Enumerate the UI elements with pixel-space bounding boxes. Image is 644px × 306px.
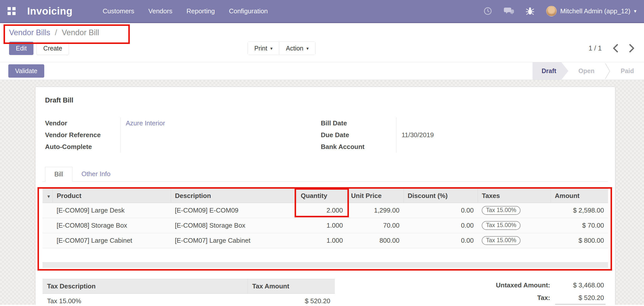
chevron-down-icon: ▾ — [634, 8, 636, 14]
status-row: Validate Draft Open Paid — [0, 62, 644, 80]
untaxed-amount-value: $ 3,468.00 — [550, 281, 608, 289]
user-name-label: Mitchell Admin (app_12) — [560, 7, 630, 15]
cell-unit-price[interactable]: 1,299.00 — [347, 203, 404, 218]
menu-customers[interactable]: Customers — [103, 7, 134, 15]
form-left-group: Vendor Azure Interior Vendor Reference A… — [45, 117, 320, 153]
bill-date-value[interactable] — [396, 117, 608, 129]
notebook-tabs: Bill Other Info — [43, 167, 608, 182]
caret-down-icon: ▼ — [47, 194, 51, 199]
optional-columns-toggle[interactable]: ▼ — [43, 189, 53, 203]
table-row[interactable]: [E-COM08] Storage Box [E-COM08] Storage … — [43, 218, 608, 233]
page-title: Draft Bill — [45, 96, 608, 104]
auto-complete-value[interactable] — [120, 141, 320, 153]
top-navbar: Invoicing Customers Vendors Reporting Co… — [0, 0, 644, 23]
table-row[interactable]: [E-COM07] Large Cabinet [E-COM07] Large … — [43, 233, 608, 248]
cell-discount[interactable]: 0.00 — [404, 218, 478, 233]
menu-configuration[interactable]: Configuration — [229, 7, 268, 15]
menu-vendors[interactable]: Vendors — [148, 7, 172, 15]
vendor-value[interactable]: Azure Interior — [120, 117, 320, 129]
form-right-group: Bill Date Due Date 11/30/2019 Bank Accou… — [321, 117, 608, 153]
cell-product[interactable]: [E-COM08] Storage Box — [53, 218, 171, 233]
app-title[interactable]: Invoicing — [27, 6, 72, 17]
pager-count: 1 / 1 — [588, 44, 602, 52]
untaxed-amount-row: Untaxed Amount: $ 3,468.00 — [452, 279, 608, 291]
state-paid[interactable]: Paid — [611, 62, 644, 80]
action-dropdown[interactable]: Action ▾ — [279, 42, 315, 55]
due-date-value[interactable]: 11/30/2019 — [396, 129, 608, 141]
invoice-lines-section: ▼ Product Description Quantity Unit Pric… — [43, 189, 608, 268]
print-dropdown[interactable]: Print ▾ — [248, 42, 279, 55]
column-taxes[interactable]: Taxes — [478, 189, 551, 203]
tax-total-label: Tax: — [452, 294, 550, 302]
status-pipeline: Draft Open Paid — [533, 62, 644, 80]
validate-button[interactable]: Validate — [8, 64, 44, 78]
column-quantity[interactable]: Quantity — [297, 189, 347, 203]
tax-badge: Tax 15.00% — [482, 221, 520, 230]
apps-grid-icon[interactable] — [8, 7, 16, 15]
vendor-reference-value[interactable] — [120, 129, 320, 141]
bug-icon[interactable] — [525, 6, 535, 16]
cell-description[interactable]: [E-COM07] Large Cabinet — [171, 233, 297, 248]
cell-description[interactable]: [E-COM08] Storage Box — [171, 218, 297, 233]
tax-badge: Tax 15.00% — [482, 236, 520, 245]
edit-button[interactable]: Edit — [9, 42, 33, 55]
cell-quantity[interactable]: 1.000 — [297, 233, 347, 248]
table-footer-stripe — [43, 262, 608, 268]
column-discount[interactable]: Discount (%) — [404, 189, 478, 203]
control-panel-buttons: Edit Create Print ▾ Action ▾ 1 / 1 — [0, 38, 644, 58]
table-empty-area — [43, 248, 608, 262]
column-description[interactable]: Description — [171, 189, 297, 203]
avatar — [546, 6, 557, 16]
cell-taxes[interactable]: Tax 15.00% — [478, 233, 551, 248]
state-open[interactable]: Open — [568, 62, 605, 80]
menu-reporting[interactable]: Reporting — [186, 7, 215, 15]
cell-taxes[interactable]: Tax 15.00% — [478, 203, 551, 218]
cell-product[interactable]: [E-COM09] Large Desk — [53, 203, 171, 218]
cell-amount: $ 800.00 — [551, 233, 608, 248]
cell-product[interactable]: [E-COM07] Large Cabinet — [53, 233, 171, 248]
totals-section: Tax Description Tax Amount Tax 15.00% $ … — [43, 279, 608, 305]
tax-table-header: Tax Description Tax Amount — [43, 279, 335, 294]
column-amount[interactable]: Amount — [551, 189, 608, 203]
tab-other-info[interactable]: Other Info — [72, 167, 120, 181]
cell-quantity[interactable]: 2.000 — [297, 203, 347, 218]
cell-quantity[interactable]: 1.000 — [297, 218, 347, 233]
cell-unit-price[interactable]: 70.00 — [347, 218, 404, 233]
cell-unit-price[interactable]: 800.00 — [347, 233, 404, 248]
tax-badge: Tax 15.00% — [482, 206, 520, 215]
vendor-bill-sheet: Draft Bill Vendor Azure Interior Vendor … — [35, 87, 615, 305]
bank-account-label: Bank Account — [321, 141, 396, 153]
print-action-group: Print ▾ Action ▾ — [248, 42, 315, 55]
pager-previous-icon[interactable] — [612, 44, 618, 53]
bill-date-label: Bill Date — [321, 117, 396, 129]
column-tax-description: Tax Description — [43, 279, 248, 294]
auto-complete-label: Auto-Complete — [45, 141, 120, 153]
cell-taxes[interactable]: Tax 15.00% — [478, 218, 551, 233]
activities-clock-icon[interactable] — [483, 6, 493, 16]
state-draft[interactable]: Draft — [533, 62, 568, 80]
breadcrumb-current: Vendor Bill — [62, 28, 99, 37]
user-menu[interactable]: Mitchell Admin (app_12) ▾ — [546, 6, 636, 16]
pager-next-icon[interactable] — [629, 44, 635, 53]
column-product[interactable]: Product — [53, 189, 171, 203]
cell-amount: $ 2,598.00 — [551, 203, 608, 218]
column-unit-price[interactable]: Unit Price — [347, 189, 404, 203]
breadcrumb-vendor-bills[interactable]: Vendor Bills — [9, 28, 50, 37]
pager: 1 / 1 — [588, 44, 635, 53]
breadcrumb: Vendor Bills / Vendor Bill — [0, 23, 644, 38]
cell-discount[interactable]: 0.00 — [404, 203, 478, 218]
cell-discount[interactable]: 0.00 — [404, 233, 478, 248]
untaxed-amount-label: Untaxed Amount: — [452, 281, 550, 289]
state-separator-icon — [605, 62, 611, 80]
table-row[interactable]: [E-COM09] Large Desk [E-COM09] E-COM09 2… — [43, 203, 608, 218]
tab-bill[interactable]: Bill — [45, 167, 72, 182]
tax-total-value: $ 520.20 — [550, 294, 608, 302]
bank-account-value[interactable] — [396, 141, 608, 153]
totals-block: Untaxed Amount: $ 3,468.00 Tax: $ 520.20 — [452, 279, 608, 304]
cell-description[interactable]: [E-COM09] E-COM09 — [171, 203, 297, 218]
tax-table-row: Tax 15.00% $ 520.20 — [43, 294, 335, 305]
create-button[interactable]: Create — [36, 42, 69, 55]
messages-icon[interactable] — [504, 6, 514, 16]
invoice-lines-table: ▼ Product Description Quantity Unit Pric… — [43, 189, 608, 248]
main-menu: Customers Vendors Reporting Configuratio… — [103, 7, 268, 15]
